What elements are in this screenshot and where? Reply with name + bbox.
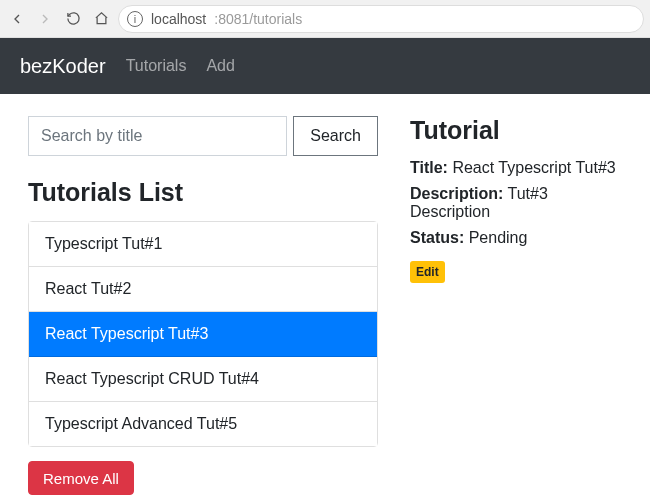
- detail-heading: Tutorial: [410, 116, 622, 145]
- detail-title-row: Title: React Typescript Tut#3: [410, 159, 622, 177]
- nav-link-tutorials[interactable]: Tutorials: [126, 57, 187, 75]
- list-item[interactable]: React Tut#2: [29, 267, 377, 312]
- tutorials-list: Typescript Tut#1 React Tut#2 React Types…: [28, 221, 378, 447]
- back-icon[interactable]: [6, 8, 28, 30]
- brand[interactable]: bezKoder: [20, 55, 106, 78]
- search-input[interactable]: [28, 116, 287, 156]
- search-row: Search: [28, 116, 378, 156]
- home-icon[interactable]: [90, 8, 112, 30]
- app-navbar: bezKoder Tutorials Add: [0, 38, 650, 94]
- detail-description-label: Description:: [410, 185, 503, 202]
- left-column: Search Tutorials List Typescript Tut#1 R…: [28, 116, 378, 495]
- detail-title-label: Title:: [410, 159, 448, 176]
- detail-status-value: Pending: [469, 229, 528, 246]
- right-column: Tutorial Title: React Typescript Tut#3 D…: [410, 116, 622, 495]
- list-item[interactable]: Typescript Advanced Tut#5: [29, 402, 377, 446]
- detail-status-label: Status:: [410, 229, 464, 246]
- reload-icon[interactable]: [62, 8, 84, 30]
- site-info-icon[interactable]: i: [127, 11, 143, 27]
- nav-link-add[interactable]: Add: [206, 57, 234, 75]
- edit-badge[interactable]: Edit: [410, 261, 445, 283]
- detail-title-value: React Typescript Tut#3: [452, 159, 615, 176]
- browser-toolbar: i localhost:8081/tutorials: [0, 0, 650, 38]
- forward-icon[interactable]: [34, 8, 56, 30]
- search-button[interactable]: Search: [293, 116, 378, 156]
- address-bar[interactable]: i localhost:8081/tutorials: [118, 5, 644, 33]
- remove-all-button[interactable]: Remove All: [28, 461, 134, 495]
- list-item[interactable]: React Typescript Tut#3: [29, 312, 377, 357]
- main-container: Search Tutorials List Typescript Tut#1 R…: [0, 94, 650, 500]
- url-host: localhost: [151, 11, 206, 27]
- url-path: :8081/tutorials: [214, 11, 302, 27]
- list-item[interactable]: Typescript Tut#1: [29, 222, 377, 267]
- list-item[interactable]: React Typescript CRUD Tut#4: [29, 357, 377, 402]
- list-heading: Tutorials List: [28, 178, 378, 207]
- detail-status-row: Status: Pending: [410, 229, 622, 247]
- detail-description-row: Description: Tut#3 Description: [410, 185, 622, 221]
